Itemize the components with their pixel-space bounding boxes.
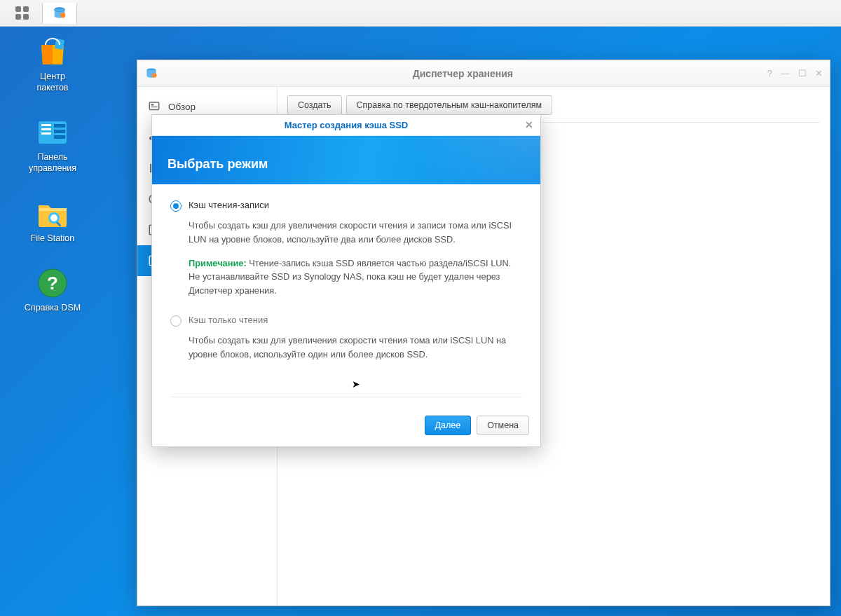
svg-rect-10 (54, 135, 65, 139)
desktop-label: Центрпакетов (36, 71, 68, 93)
svg-rect-21 (151, 107, 158, 107)
control-panel-icon (36, 116, 69, 149)
svg-point-18 (152, 73, 157, 78)
window-app-icon (144, 67, 158, 81)
desktop-icon-control-panel[interactable]: Панель управления (18, 116, 88, 174)
option-ro-cache[interactable]: Кэш только чтения (170, 315, 522, 327)
option-label: Кэш только чтения (189, 315, 268, 325)
close-icon[interactable]: ✕ (815, 68, 823, 78)
taskbar (0, 0, 841, 27)
option-label: Кэш чтения-записи (189, 200, 269, 210)
help-icon: ? (36, 266, 69, 300)
option-desc: Чтобы создать кэш для увеличения скорост… (189, 219, 522, 247)
storage-icon (52, 6, 67, 21)
help-button-icon[interactable]: ? (767, 68, 772, 78)
desktop-icon-file-station[interactable]: File Station (18, 197, 88, 245)
maximize-icon[interactable]: ☐ (798, 68, 807, 78)
dialog-separator (170, 397, 522, 397)
window-controls: ? — ☐ ✕ (767, 68, 823, 78)
next-button[interactable]: Далее (425, 416, 472, 435)
minimize-icon[interactable]: — (781, 68, 790, 78)
sidebar-item-label: Обзор (168, 102, 196, 112)
svg-point-2 (60, 13, 65, 18)
dialog-body: Кэш чтения-записи Чтобы создать кэш для … (152, 184, 540, 406)
svg-rect-9 (54, 130, 65, 133)
desktop-icon-dsm-help[interactable]: ? Справка DSM (18, 266, 88, 314)
cancel-button[interactable]: Отмена (477, 416, 529, 435)
create-button[interactable]: Создать (287, 95, 342, 115)
desktop-label: File Station (31, 233, 75, 245)
option-desc: Чтобы создать кэш для увеличения скорост… (189, 334, 522, 362)
bag-icon (36, 35, 69, 69)
ssd-help-button[interactable]: Справка по твердотельным кэш-накопителям (346, 95, 553, 115)
dialog-title-text: Мастер создания кэша SSD (285, 120, 409, 130)
svg-rect-19 (149, 102, 159, 110)
svg-rect-8 (54, 124, 65, 128)
taskbar-apps-button[interactable] (4, 3, 39, 24)
desktop-label: Справка DSM (25, 303, 81, 314)
svg-point-12 (50, 214, 57, 221)
dialog-close-icon[interactable]: ✕ (525, 119, 533, 130)
dialog-footer: Далее Отмена (152, 406, 540, 446)
option-rw-cache[interactable]: Кэш чтения-записи (170, 200, 522, 212)
radio-rw-cache[interactable] (170, 200, 182, 212)
option-note: Примечание: Чтение-запись кэша SSD являе… (189, 256, 522, 298)
desktop-icons: Центрпакетов Панель управления File Stat… (18, 35, 88, 314)
svg-rect-6 (41, 128, 51, 130)
svg-rect-20 (151, 104, 154, 105)
note-label: Примечание: (189, 258, 247, 268)
grid-icon (15, 6, 29, 20)
desktop-icon-package-center[interactable]: Центрпакетов (18, 35, 88, 93)
svg-rect-7 (41, 132, 51, 135)
svg-rect-5 (41, 124, 51, 126)
titlebar: Диспетчер хранения ? — ☐ ✕ (137, 60, 830, 87)
radio-ro-cache[interactable] (170, 315, 182, 327)
desktop-label: Панель управления (18, 152, 88, 174)
taskbar-storage-button[interactable] (42, 3, 77, 24)
window-title: Диспетчер хранения (158, 68, 767, 79)
dialog-title: Мастер создания кэша SSD ✕ (152, 115, 540, 136)
dialog-banner: Выбрать режим (152, 136, 540, 184)
dialog-banner-text: Выбрать режим (167, 157, 268, 171)
svg-text:?: ? (47, 273, 58, 294)
ssd-cache-wizard-dialog: Мастер создания кэша SSD ✕ Выбрать режим… (151, 114, 541, 447)
folder-search-icon (36, 197, 69, 231)
overview-icon (147, 100, 161, 114)
